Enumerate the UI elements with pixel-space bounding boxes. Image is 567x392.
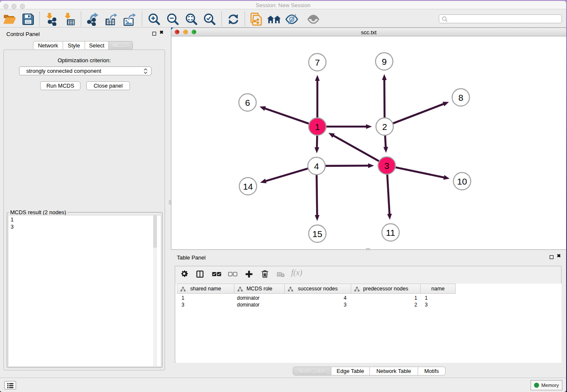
svg-text:15: 15 bbox=[312, 229, 322, 239]
svg-text:7: 7 bbox=[315, 58, 320, 67]
svg-text:14: 14 bbox=[243, 182, 253, 191]
svg-text:1: 1 bbox=[315, 122, 320, 132]
svg-text:4: 4 bbox=[314, 161, 319, 171]
svg-text:8: 8 bbox=[458, 93, 463, 102]
svg-text:2: 2 bbox=[382, 122, 387, 132]
svg-text:11: 11 bbox=[386, 228, 395, 237]
svg-text:6: 6 bbox=[245, 98, 250, 108]
svg-text:3: 3 bbox=[384, 161, 389, 171]
svg-text:10: 10 bbox=[457, 177, 467, 186]
svg-text:9: 9 bbox=[382, 57, 387, 66]
